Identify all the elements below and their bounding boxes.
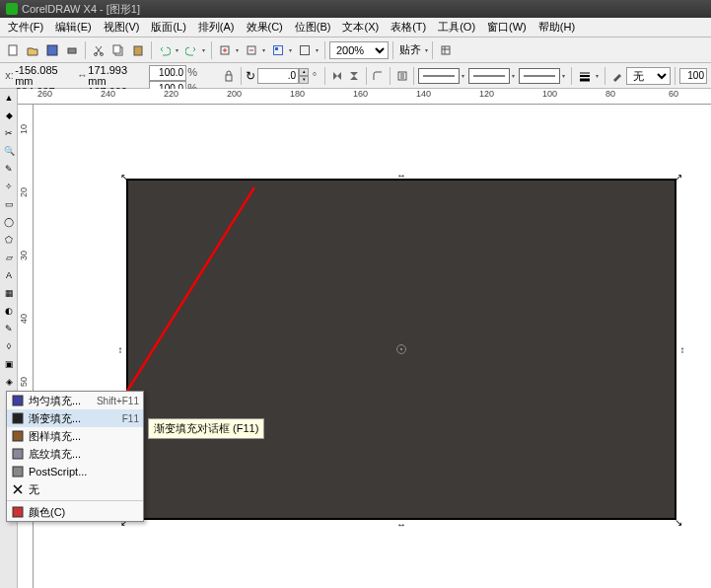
text-tool-icon[interactable]: A <box>0 266 18 284</box>
new-icon[interactable] <box>4 41 22 59</box>
redo-button[interactable]: ▾ <box>182 41 207 59</box>
resize-handle-b[interactable]: ↔ <box>395 518 407 530</box>
zoom-select[interactable]: 200% <box>329 41 389 59</box>
polygon-tool-icon[interactable]: ⬠ <box>0 231 18 249</box>
menu-item[interactable]: 排列(A) <box>192 18 241 37</box>
line-end-select[interactable]: ▾ <box>519 67 567 85</box>
resize-handle-t[interactable]: ↔ <box>395 169 407 181</box>
wrap-text-icon[interactable] <box>394 67 409 85</box>
menu-item[interactable]: 窗口(W) <box>481 18 533 37</box>
svg-rect-23 <box>13 396 23 405</box>
title-text: CorelDRAW X4 - [图形1] <box>22 0 140 18</box>
rotation-input[interactable]: ↻ ▴▾ ° <box>246 68 320 84</box>
table-tool-icon[interactable]: ▦ <box>0 284 18 302</box>
fill-type-icon <box>11 482 25 496</box>
scale-x-input[interactable] <box>149 65 186 81</box>
menu-item[interactable]: 帮助(H) <box>533 18 581 37</box>
menubar[interactable]: 文件(F)编辑(E)视图(V)版面(L)排列(A)效果(C)位图(B)文本(X)… <box>0 18 711 37</box>
crop-tool-icon[interactable]: ✂ <box>0 124 18 142</box>
outline-tool-icon[interactable]: ◊ <box>0 337 18 355</box>
menu-item-fill[interactable]: 无 <box>7 480 143 498</box>
round-corner-icon[interactable] <box>371 67 386 85</box>
svg-rect-28 <box>13 507 23 517</box>
fill-type-icon <box>11 411 25 425</box>
basic-shapes-icon[interactable]: ▱ <box>0 249 18 266</box>
menu-item[interactable]: 编辑(E) <box>49 18 98 37</box>
svg-rect-25 <box>13 431 23 441</box>
outline-pen-icon[interactable] <box>609 67 624 85</box>
tooltip: 渐变填充对话框 (F11) <box>148 418 264 439</box>
save-icon[interactable] <box>43 41 61 59</box>
copy-icon[interactable] <box>109 41 127 59</box>
menu-item-fill[interactable]: PostScript... <box>7 463 143 480</box>
outline-width-select[interactable]: ▾ <box>576 67 601 85</box>
titlebar: CorelDRAW X4 - [图形1] <box>0 0 711 18</box>
svg-rect-27 <box>13 467 23 477</box>
svg-rect-1 <box>47 45 57 55</box>
freehand-tool-icon[interactable]: ✎ <box>0 160 18 178</box>
menu-item-fill[interactable]: 渐变填充...F11 <box>7 409 143 427</box>
x-value: -156.085 mm <box>15 65 74 87</box>
menu-item-label: 无 <box>29 482 139 497</box>
resize-handle-tr[interactable]: ↗ <box>673 171 684 183</box>
app-icon <box>6 3 18 15</box>
svg-rect-12 <box>301 45 310 54</box>
scale-box[interactable]: % % <box>149 65 220 87</box>
resize-handle-r[interactable]: ↕ <box>676 343 688 355</box>
open-icon[interactable] <box>24 41 41 59</box>
print-icon[interactable] <box>63 41 81 59</box>
menu-item[interactable]: 表格(T) <box>385 18 432 37</box>
shape-tool-icon[interactable]: ◆ <box>0 107 18 124</box>
mirror-v-icon[interactable] <box>346 67 361 85</box>
cut-icon[interactable] <box>90 41 107 59</box>
menu-item[interactable]: 文本(X) <box>336 18 385 37</box>
app-launcher-icon[interactable]: ▾ <box>269 41 294 59</box>
lock-ratio-icon[interactable] <box>222 67 237 85</box>
fill-tool-icon[interactable]: ▣ <box>0 355 18 373</box>
rectangle-tool-icon[interactable]: ▭ <box>0 195 18 213</box>
selected-rectangle[interactable]: ↖ ↗ ↙ ↘ ↔ ↔ ↕ ↕ <box>126 179 676 520</box>
menu-item[interactable]: 版面(L) <box>145 18 191 37</box>
svg-rect-24 <box>13 413 23 423</box>
outline-num-input[interactable] <box>679 68 707 84</box>
interactive-fill-icon[interactable]: ◈ <box>0 373 18 391</box>
undo-button[interactable]: ▾ <box>156 41 180 59</box>
pick-tool-icon[interactable]: ▲ <box>0 89 18 107</box>
line-start-select[interactable]: ▾ <box>418 67 466 85</box>
resize-handle-br[interactable]: ↘ <box>673 516 684 528</box>
smart-tool-icon[interactable]: ✧ <box>0 178 18 195</box>
options-icon[interactable] <box>437 41 455 59</box>
menu-item-fill[interactable]: 均匀填充...Shift+F11 <box>7 392 143 409</box>
menu-item-fill[interactable]: 底纹填充... <box>7 445 143 463</box>
menu-item-label: 均匀填充... <box>29 394 93 408</box>
fill-type-icon <box>11 447 25 461</box>
export-icon[interactable]: ▾ <box>243 41 267 59</box>
mirror-h-icon[interactable] <box>329 67 344 85</box>
menu-item[interactable]: 工具(O) <box>432 18 481 37</box>
svg-rect-6 <box>113 45 120 53</box>
menu-item-shortcut: F11 <box>122 413 139 424</box>
menu-item[interactable]: 文件(F) <box>2 18 49 37</box>
resize-handle-l[interactable]: ↕ <box>114 343 126 355</box>
paste-icon[interactable] <box>129 41 147 59</box>
welcome-icon[interactable]: ▾ <box>296 41 320 59</box>
menu-item[interactable]: 效果(C) <box>241 18 289 37</box>
main-toolbar: ▾ ▾ ▾ ▾ ▾ ▾ 200% 贴齐▾ <box>0 37 711 63</box>
ellipse-tool-icon[interactable]: ◯ <box>0 213 18 231</box>
svg-rect-14 <box>226 75 232 81</box>
outline-style-select[interactable]: 无 <box>626 67 671 85</box>
import-icon[interactable]: ▾ <box>216 41 241 59</box>
fill-type-icon <box>11 505 25 519</box>
center-marker-icon <box>396 344 406 354</box>
zoom-tool-icon[interactable]: 🔍 <box>0 142 18 160</box>
property-bar: x:-156.085 mm y:284.027 mm ↔171.993 mm ↕… <box>0 63 711 89</box>
interactive-tool-icon[interactable]: ◐ <box>0 302 18 320</box>
line-style-select[interactable]: ▾ <box>468 67 517 85</box>
resize-handle-tl[interactable]: ↖ <box>118 171 130 183</box>
menu-item-fill[interactable]: 颜色(C) <box>7 503 143 521</box>
snap-label[interactable]: 贴齐 <box>397 42 423 57</box>
menu-item-fill[interactable]: 图样填充... <box>7 427 143 445</box>
eyedropper-tool-icon[interactable]: ✎ <box>0 320 18 337</box>
menu-item[interactable]: 位图(B) <box>289 18 337 37</box>
menu-item[interactable]: 视图(V) <box>98 18 146 37</box>
